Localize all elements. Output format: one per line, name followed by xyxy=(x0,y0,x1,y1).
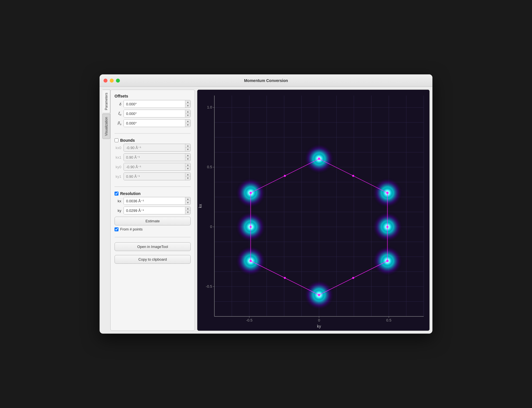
kx0-down: ▼ xyxy=(185,148,190,151)
res-kx-up[interactable]: ▲ xyxy=(185,197,190,201)
delta-label: δ xyxy=(115,102,121,106)
kx1-row: kx1 ▲ ▼ xyxy=(115,153,191,161)
beta0-up[interactable]: ▲ xyxy=(185,119,190,123)
offsets-title: Offsets xyxy=(115,94,191,98)
minimize-button[interactable] xyxy=(110,79,114,83)
xi0-arrows: ▲ ▼ xyxy=(185,110,190,117)
maximize-button[interactable] xyxy=(116,79,120,83)
from-points-checkbox[interactable] xyxy=(115,227,118,231)
resolution-checkbox[interactable] xyxy=(115,192,118,196)
kx0-input xyxy=(124,144,185,151)
res-kx-spinbox[interactable]: ▲ ▼ xyxy=(124,197,191,205)
title-bar: Momentum Conversion xyxy=(100,74,432,87)
estimate-button[interactable]: Estimate xyxy=(115,217,191,225)
beta0-spinbox[interactable]: ▲ ▼ xyxy=(124,119,191,127)
close-button[interactable] xyxy=(104,79,107,83)
beta0-arrows: ▲ ▼ xyxy=(185,119,190,127)
beta0-input[interactable] xyxy=(124,119,185,127)
kx0-up: ▲ xyxy=(185,144,190,148)
window-controls xyxy=(104,79,120,83)
from-points-row: From # points xyxy=(115,227,191,231)
copy-clipboard-button[interactable]: Copy to clipboard xyxy=(115,255,191,264)
ky0-input xyxy=(124,163,185,170)
kx1-arrows: ▲ ▼ xyxy=(185,154,190,161)
kx0-row: kx0 ▲ ▼ xyxy=(115,144,191,152)
res-ky-down[interactable]: ▼ xyxy=(185,210,190,214)
beta0-down[interactable]: ▼ xyxy=(185,123,190,127)
ky1-down: ▼ xyxy=(185,176,190,180)
ky0-spinbox: ▲ ▼ xyxy=(124,163,191,171)
parameters-panel: Offsets δ ▲ ▼ ξo xyxy=(110,90,195,331)
delta-down[interactable]: ▼ xyxy=(185,104,190,108)
delta-up[interactable]: ▲ xyxy=(185,100,190,104)
bounds-checkbox-row: Bounds xyxy=(115,138,191,143)
bounds-title[interactable]: Bounds xyxy=(120,138,135,143)
res-ky-arrows: ▲ ▼ xyxy=(185,207,190,214)
chart-area xyxy=(197,90,430,331)
ky0-row: ky0 ▲ ▼ xyxy=(115,163,191,171)
kx0-spinbox: ▲ ▼ xyxy=(124,144,191,152)
kx1-label: kx1 xyxy=(115,155,121,159)
kx1-input xyxy=(124,154,185,161)
res-kx-input[interactable] xyxy=(124,197,185,205)
res-kx-row: kx ▲ ▼ xyxy=(115,197,191,205)
ky1-arrows: ▲ ▼ xyxy=(185,173,190,180)
kx1-up: ▲ xyxy=(185,154,190,157)
kx1-spinbox: ▲ ▼ xyxy=(124,153,191,161)
res-ky-up[interactable]: ▲ xyxy=(185,207,190,210)
kx0-arrows: ▲ ▼ xyxy=(185,144,190,151)
ky1-input xyxy=(124,173,185,180)
res-kx-arrows: ▲ ▼ xyxy=(185,197,190,205)
divider-3 xyxy=(115,237,191,237)
resolution-section: Resolution kx ▲ ▼ ky xyxy=(115,191,191,232)
res-ky-input[interactable] xyxy=(124,207,185,214)
plot-canvas xyxy=(197,90,429,331)
beta0-label: βo xyxy=(115,121,121,126)
sidebar: Parameters Visualization Offsets δ ▲ ▼ xyxy=(102,90,195,331)
res-ky-spinbox[interactable]: ▲ ▼ xyxy=(124,207,191,214)
resolution-title[interactable]: Resolution xyxy=(120,191,140,196)
resolution-checkbox-row: Resolution xyxy=(115,191,191,196)
content-area: Parameters Visualization Offsets δ ▲ ▼ xyxy=(100,87,432,334)
window-title: Momentum Conversion xyxy=(244,78,288,83)
kx0-label: kx0 xyxy=(115,146,121,150)
xi0-label: ξo xyxy=(115,111,121,116)
tab-visualization[interactable]: Visualization xyxy=(102,114,110,139)
ky1-row: ky1 ▲ ▼ xyxy=(115,172,191,180)
bounds-section: Bounds kx0 ▲ ▼ kx1 xyxy=(115,138,191,182)
from-points-label[interactable]: From # points xyxy=(120,227,142,231)
kx1-down: ▼ xyxy=(185,157,190,161)
delta-input[interactable] xyxy=(124,100,185,108)
delta-spinbox[interactable]: ▲ ▼ xyxy=(124,100,191,108)
divider-1 xyxy=(115,133,191,134)
res-ky-row: ky ▲ ▼ xyxy=(115,207,191,214)
tab-buttons: Parameters Visualization xyxy=(102,90,110,331)
ky0-label: ky0 xyxy=(115,165,121,169)
delta-arrows: ▲ ▼ xyxy=(185,100,190,108)
ky0-down: ▼ xyxy=(185,167,190,170)
tab-parameters[interactable]: Parameters xyxy=(102,90,110,113)
ky1-label: ky1 xyxy=(115,174,121,179)
xi0-input[interactable] xyxy=(124,110,185,117)
bounds-checkbox[interactable] xyxy=(115,138,118,142)
xi0-up[interactable]: ▲ xyxy=(185,110,190,114)
xi0-spinbox[interactable]: ▲ ▼ xyxy=(124,110,191,117)
beta0-row: βo ▲ ▼ xyxy=(115,119,191,127)
ky0-arrows: ▲ ▼ xyxy=(185,163,190,170)
open-imagetool-button[interactable]: Open in ImageTool xyxy=(115,242,191,251)
delta-row: δ ▲ ▼ xyxy=(115,100,191,108)
res-kx-label: kx xyxy=(115,199,121,203)
ky1-spinbox: ▲ ▼ xyxy=(124,172,191,180)
ky1-up: ▲ xyxy=(185,173,190,176)
res-ky-label: ky xyxy=(115,209,121,213)
res-kx-down[interactable]: ▼ xyxy=(185,201,190,205)
offsets-section: Offsets δ ▲ ▼ ξo xyxy=(115,94,191,129)
divider-2 xyxy=(115,187,191,187)
main-window: Momentum Conversion Parameters Visualiza… xyxy=(100,74,432,334)
xi0-row: ξo ▲ ▼ xyxy=(115,110,191,117)
ky0-up: ▲ xyxy=(185,163,190,167)
xi0-down[interactable]: ▼ xyxy=(185,114,190,117)
